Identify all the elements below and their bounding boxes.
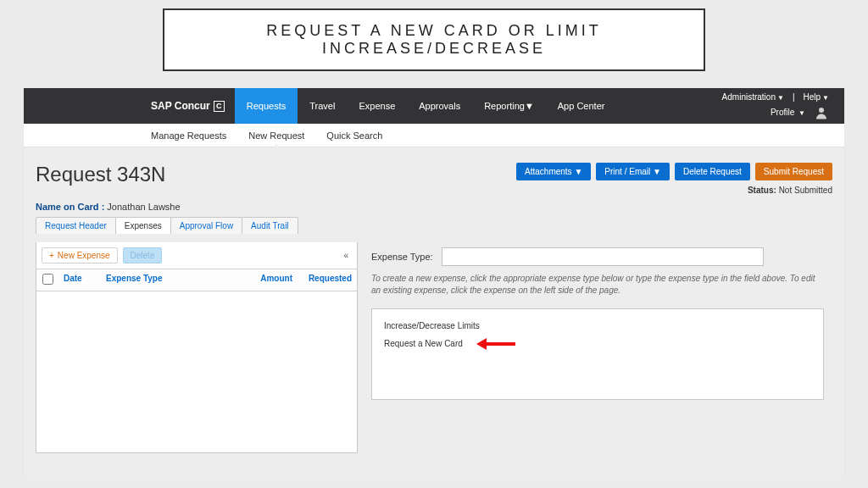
grid-header: Date Expense Type Amount Requested (36, 269, 357, 291)
name-on-card-value: Jonathan Lawshe (107, 202, 180, 212)
print-email-button[interactable]: Print / Email ▼ (596, 163, 670, 180)
brand-icon: C (214, 101, 225, 112)
content-area: +New Expense Delete « Date Expense Type … (24, 242, 844, 479)
expense-type-label: Expense Type: (371, 252, 433, 262)
submit-request-button[interactable]: Submit Request (755, 163, 832, 180)
user-avatar-icon[interactable] (814, 105, 829, 120)
expenses-grid-panel: +New Expense Delete « Date Expense Type … (36, 242, 358, 453)
new-expense-label: New Expense (58, 251, 110, 260)
status-label: Status: (748, 186, 776, 195)
caret-down-icon: ▼ (777, 94, 784, 102)
caret-down-icon: ▼ (574, 167, 582, 176)
top-bar: SAP Concur C Requests Travel Expense App… (24, 88, 844, 124)
nav-spacer (616, 88, 721, 124)
page-title: Request 343N (36, 163, 165, 186)
col-expense-type[interactable]: Expense Type (101, 269, 247, 291)
option-request-new-card[interactable]: Request a New Card (384, 339, 463, 348)
tab-approval-flow[interactable]: Approval Flow (170, 217, 242, 234)
new-expense-button[interactable]: +New Expense (42, 247, 118, 263)
caret-down-icon: ▼ (525, 101, 534, 111)
nav-approvals[interactable]: Approvals (407, 88, 472, 124)
main-nav: Requests Travel Expense Approvals Report… (235, 88, 617, 124)
sub-nav: Manage Requests New Request Quick Search (24, 124, 844, 147)
page-header: Request 343N Attachments ▼ Print / Email… (24, 147, 844, 242)
grid-body-empty (36, 291, 357, 452)
brand-name: SAP Concur (151, 100, 210, 112)
options-heading[interactable]: Increase/Decrease Limits (384, 321, 811, 330)
col-requested[interactable]: Requested (298, 269, 357, 291)
tab-request-header[interactable]: Request Header (36, 217, 116, 234)
print-email-label: Print / Email (604, 167, 650, 176)
divider: | (793, 92, 795, 102)
name-on-card: Name on Card : Jonathan Lawshe (36, 202, 832, 212)
menu-administration-label: Administration (722, 92, 776, 102)
name-on-card-label: Name on Card : (36, 202, 104, 212)
plus-icon: + (49, 251, 54, 260)
col-date[interactable]: Date (58, 269, 101, 291)
svg-point-0 (819, 108, 824, 113)
detail-tabs: Request Header Expenses Approval Flow Au… (36, 217, 832, 234)
menu-help-label: Help (804, 92, 821, 102)
caret-down-icon: ▼ (798, 109, 805, 117)
slide-title: REQUEST A NEW CARD OR LIMIT INCREASE/DEC… (163, 8, 705, 71)
delete-expense-button: Delete (123, 247, 163, 263)
nav-reporting-label: Reporting (484, 101, 525, 111)
nav-travel[interactable]: Travel (298, 88, 347, 124)
select-all-checkbox[interactable] (42, 274, 53, 285)
tab-expenses[interactable]: Expenses (115, 217, 171, 234)
attachments-label: Attachments (525, 167, 572, 176)
subnav-quick-search[interactable]: Quick Search (326, 130, 382, 141)
delete-request-button[interactable]: Delete Request (675, 163, 750, 180)
menu-profile-label: Profile (771, 108, 794, 117)
nav-reporting[interactable]: Reporting▼ (472, 88, 546, 124)
nav-expense[interactable]: Expense (347, 88, 407, 124)
subnav-manage-requests[interactable]: Manage Requests (151, 130, 226, 141)
tab-audit-trail[interactable]: Audit Trail (242, 217, 298, 234)
action-buttons: Attachments ▼ Print / Email ▼ Delete Req… (516, 163, 832, 180)
status-line: Status: Not Submitted (748, 186, 832, 195)
expense-type-options: Increase/Decrease Limits Request a New C… (371, 308, 824, 400)
menu-help[interactable]: Help▼ (804, 92, 830, 102)
expense-entry-panel: Expense Type: To create a new expense, c… (358, 242, 832, 408)
subnav-new-request[interactable]: New Request (248, 130, 304, 141)
menu-administration[interactable]: Administration▼ (722, 92, 784, 102)
col-amount[interactable]: Amount (247, 269, 298, 291)
caret-down-icon: ▼ (822, 94, 829, 102)
expense-type-input[interactable] (442, 247, 764, 266)
nav-app-center[interactable]: App Center (546, 88, 617, 124)
col-checkbox (36, 269, 58, 291)
attachments-button[interactable]: Attachments ▼ (516, 163, 591, 180)
collapse-panel-icon[interactable]: « (343, 251, 352, 260)
caret-down-icon: ▼ (653, 167, 661, 176)
brand-logo: SAP Concur C (24, 88, 235, 124)
nav-requests[interactable]: Requests (235, 88, 298, 124)
callout-arrow-icon (476, 340, 515, 348)
right-menus: Administration▼ | Help▼ Profile ▼ (722, 88, 844, 124)
grid-toolbar: +New Expense Delete « (36, 242, 357, 269)
instruction-text: To create a new expense, click the appro… (371, 273, 824, 297)
app-container: SAP Concur C Requests Travel Expense App… (24, 88, 844, 479)
status-value: Not Submitted (779, 186, 832, 195)
menu-profile[interactable]: Profile ▼ (771, 108, 805, 117)
